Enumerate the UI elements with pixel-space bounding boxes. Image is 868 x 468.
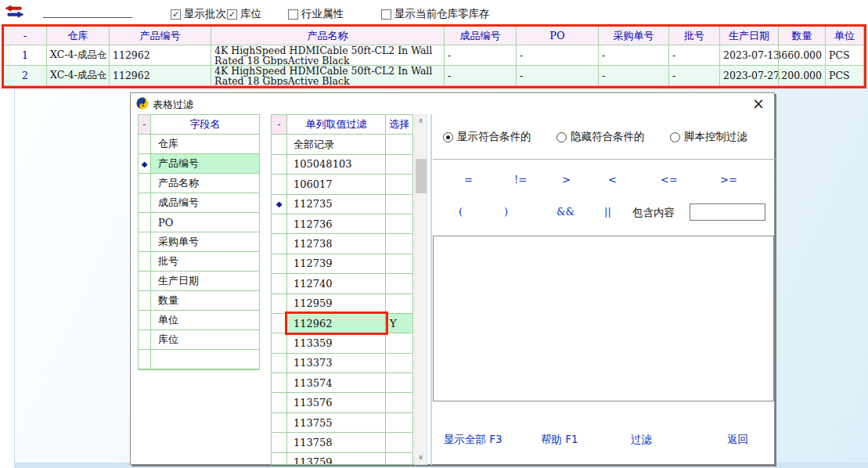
column-header[interactable]: 产品编号 [110, 27, 211, 45]
value-list-scrollbar[interactable]: ∧ ∨ [414, 114, 427, 465]
field-name-cell[interactable] [151, 350, 259, 369]
table-cell[interactable]: 2023-07-13 [720, 45, 779, 66]
column-header[interactable]: 采购单号 [599, 27, 669, 45]
operator-=[interactable]: = [464, 174, 473, 185]
table-cell[interactable]: - [445, 45, 517, 66]
scroll-down-icon[interactable]: ∨ [415, 452, 427, 464]
choice-cell[interactable] [386, 195, 412, 214]
radio-隐藏符合条件的[interactable]: 隐藏符合条件的 [556, 130, 645, 144]
field-row[interactable]: 产品名称 [139, 174, 259, 193]
choice-cell[interactable] [386, 254, 412, 273]
marker-column-header[interactable]: - [139, 115, 151, 134]
value-row[interactable]: 106017 [272, 175, 412, 194]
value-row[interactable]: 113759 [272, 453, 412, 465]
table-cell[interactable]: - [669, 45, 720, 66]
operator-<=[interactable]: <= [661, 174, 678, 185]
table-cell[interactable]: - [445, 66, 517, 86]
field-row[interactable]: 生产日期 [139, 272, 259, 291]
operator->[interactable]: > [562, 174, 571, 185]
value-row[interactable]: 113576 [272, 393, 412, 412]
radio-脚本控制过滤[interactable]: 脚本控制过滤 [670, 130, 747, 144]
radio-button-icon[interactable] [670, 132, 680, 142]
value-row[interactable]: 112739 [272, 254, 412, 274]
value-cell[interactable]: 113759 [287, 453, 386, 465]
scroll-up-icon[interactable]: ∧ [415, 115, 427, 128]
checkbox-box-icon[interactable] [288, 9, 298, 20]
field-name-cell[interactable]: 仓库 [151, 135, 259, 153]
table-cell[interactable]: 1 [4, 45, 47, 66]
table-cell[interactable]: 112962 [110, 45, 211, 66]
table-cell[interactable]: XC-4-成品仓 [47, 66, 110, 86]
field-row[interactable] [139, 350, 259, 369]
table-cell[interactable]: - [599, 66, 669, 86]
field-name-cell[interactable]: 生产日期 [151, 272, 259, 290]
swap-arrows-icon[interactable] [5, 5, 24, 18]
contains-input[interactable] [690, 203, 765, 221]
value-cell[interactable]: 112740 [287, 274, 386, 293]
column-header[interactable]: PO [517, 27, 599, 45]
choice-cell[interactable] [386, 413, 412, 432]
value-row[interactable]: 113755 [272, 413, 412, 433]
value-cell[interactable]: 113576 [287, 393, 386, 412]
checkbox-显示当前仓库零库存[interactable]: 显示当前仓库零库存 [381, 7, 490, 21]
table-cell[interactable]: - [669, 66, 720, 86]
choice-cell[interactable] [386, 354, 412, 373]
field-row[interactable]: 采购单号 [139, 232, 259, 252]
table-cell[interactable]: 4K HighSpeed HDMICable 50ft-CL2 In Wall … [211, 66, 445, 86]
choice-cell[interactable] [386, 433, 412, 452]
operator-)[interactable]: ) [504, 206, 508, 218]
table-cell[interactable]: - [517, 66, 599, 86]
value-row[interactable]: 112959 [272, 294, 412, 314]
value-column-header[interactable]: 单列取值过滤 [287, 115, 386, 134]
operator-<[interactable]: < [608, 174, 617, 185]
operator-([interactable]: ( [459, 206, 463, 218]
value-cell[interactable]: 113755 [287, 413, 386, 432]
value-cell[interactable]: 113373 [287, 354, 386, 373]
field-name-cell[interactable]: 成品编号 [151, 193, 259, 212]
action-帮助 F1[interactable]: 帮助 F1 [541, 433, 578, 447]
field-name-header[interactable]: 字段名 [151, 115, 259, 134]
value-row[interactable]: 113359 [272, 333, 412, 353]
action-过滤[interactable]: 过滤 [631, 433, 652, 447]
table-cell[interactable]: PCS [826, 66, 864, 86]
value-row[interactable]: 113574 [272, 373, 412, 393]
value-row[interactable]: 112740 [272, 274, 412, 293]
value-cell[interactable]: 113758 [287, 433, 386, 452]
close-icon[interactable]: × [752, 95, 765, 112]
value-row[interactable]: ◆112735 [272, 195, 412, 214]
field-name-cell[interactable]: 数量 [151, 291, 259, 310]
table-cell[interactable]: - [517, 45, 599, 66]
column-header[interactable]: 批号 [669, 27, 720, 45]
choice-cell[interactable] [386, 373, 412, 392]
value-cell[interactable]: 112736 [287, 214, 386, 233]
choice-cell[interactable] [386, 333, 412, 352]
field-name-cell[interactable]: 批号 [151, 252, 259, 271]
table-cell[interactable]: XC-4-成品仓 [47, 45, 110, 66]
field-row[interactable]: 数量 [139, 291, 259, 311]
value-cell[interactable]: 112959 [287, 294, 386, 313]
operator-||[interactable]: || [604, 206, 611, 218]
table-cell[interactable]: 1200.000 [779, 66, 826, 86]
choice-cell[interactable] [386, 453, 412, 465]
choice-cell[interactable] [386, 393, 412, 412]
radio-button-icon[interactable] [556, 132, 567, 142]
choice-cell[interactable] [386, 135, 412, 153]
value-row[interactable]: 全部记录 [272, 135, 412, 154]
value-row[interactable]: 113373 [272, 354, 412, 373]
checkbox-行业属性[interactable]: 行业属性 [288, 7, 344, 21]
column-header[interactable]: 产品名称 [211, 27, 445, 45]
quick-search-input[interactable] [43, 6, 132, 18]
checkbox-显示批次[interactable]: ✓显示批次 [171, 7, 226, 21]
choice-cell[interactable] [386, 294, 412, 313]
table-cell[interactable]: 112962 [110, 66, 211, 86]
choice-cell[interactable] [386, 175, 412, 193]
field-name-cell[interactable]: 单位 [151, 311, 259, 329]
value-row[interactable]: 113758 [272, 433, 412, 452]
marker-column-header[interactable]: - [272, 115, 287, 134]
value-row[interactable]: 112738 [272, 234, 412, 254]
checkbox-库位[interactable]: ✓库位 [227, 7, 261, 21]
field-row[interactable]: ◆产品编号 [139, 154, 259, 174]
field-row[interactable]: 成品编号 [139, 193, 259, 213]
checkbox-box-icon[interactable]: ✓ [227, 9, 237, 20]
field-name-cell[interactable]: PO [151, 213, 259, 232]
